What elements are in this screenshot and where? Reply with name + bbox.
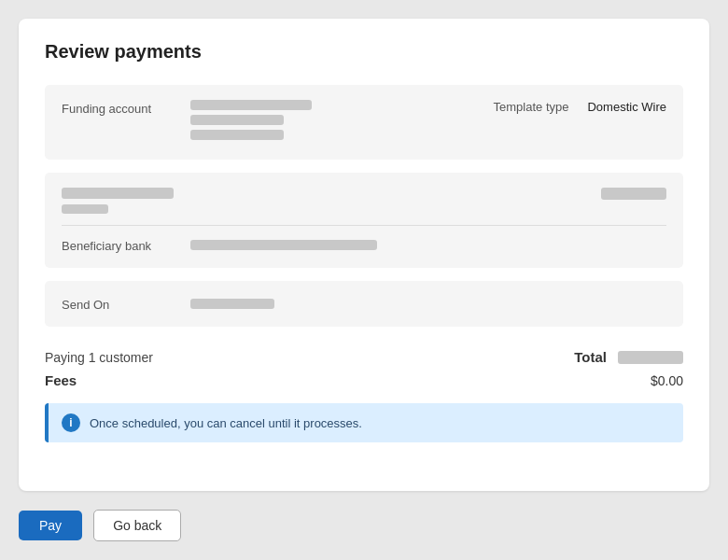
- beneficiary-name-block: [62, 188, 174, 214]
- info-banner: i Once scheduled, you can cancel until i…: [45, 403, 683, 442]
- review-payments-card: Review payments Funding account Template…: [19, 19, 709, 491]
- funding-account-section: Funding account Template type Domestic W…: [45, 85, 683, 160]
- paying-label: Paying 1 customer: [45, 350, 153, 365]
- total-label: Total: [574, 349, 607, 365]
- fees-row: Fees $0.00: [45, 369, 683, 399]
- template-type-label: Template type: [494, 100, 569, 114]
- beneficiary-name-blur: [62, 188, 174, 199]
- funding-account-name-blur: [190, 100, 312, 110]
- send-on-label: Send On: [62, 296, 164, 312]
- total-amount-blur: [618, 351, 683, 364]
- funding-account-detail2-blur: [190, 130, 284, 140]
- info-banner-text: Once scheduled, you can cancel until it …: [90, 416, 362, 430]
- send-date-blur: [190, 299, 274, 309]
- beneficiary-id-blur: [62, 204, 108, 214]
- pay-button[interactable]: Pay: [19, 511, 82, 540]
- funding-account-label: Funding account: [62, 100, 164, 116]
- page-title: Review payments: [45, 41, 683, 63]
- send-on-section: Send On: [45, 281, 683, 327]
- fees-label: Fees: [45, 372, 77, 388]
- funding-account-value: [190, 100, 312, 145]
- beneficiary-section: Beneficiary bank: [45, 173, 683, 268]
- funding-account-detail1-blur: [190, 115, 284, 125]
- beneficiary-bank-label: Beneficiary bank: [62, 237, 164, 253]
- template-type-value: Domestic Wire: [587, 100, 666, 114]
- buttons-row: Pay Go back: [19, 510, 709, 541]
- totals-row: Paying 1 customer Total: [45, 340, 683, 369]
- fees-value: $0.00: [651, 373, 683, 388]
- info-icon: i: [62, 413, 80, 432]
- beneficiary-amount-blur: [601, 188, 666, 200]
- beneficiary-bank-value-blur: [190, 240, 377, 250]
- total-right: Total: [574, 349, 683, 365]
- go-back-button[interactable]: Go back: [93, 510, 181, 541]
